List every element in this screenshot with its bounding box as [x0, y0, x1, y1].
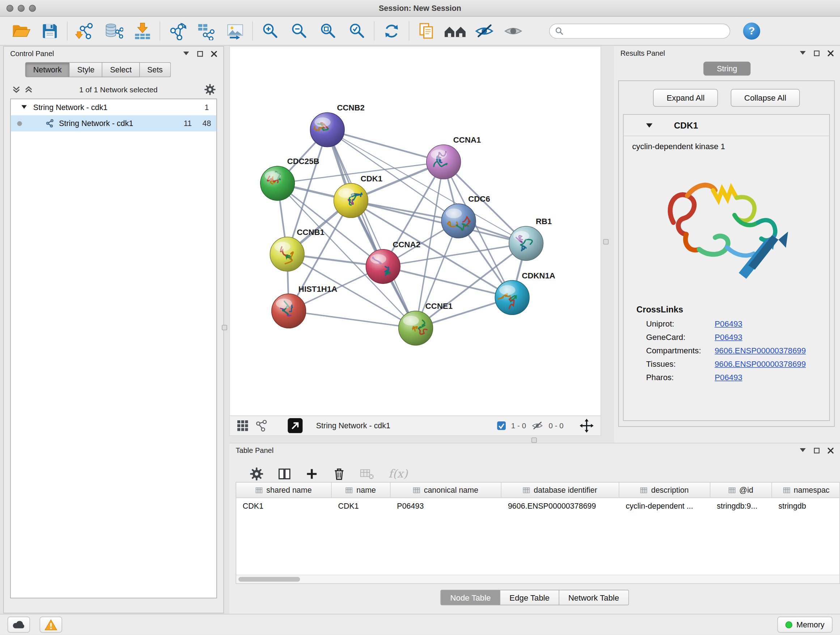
help-button[interactable]: ?	[743, 22, 760, 39]
network-node[interactable]: CCNA1	[426, 135, 481, 179]
table-panel: Table Panel	[229, 443, 840, 614]
refresh-layout-button[interactable]	[377, 19, 406, 43]
network-edge[interactable]	[289, 311, 416, 328]
collapse-all-icon[interactable]	[12, 86, 20, 93]
column-header[interactable]: namespac	[772, 483, 840, 497]
pan-tool-icon[interactable]	[579, 419, 594, 433]
show-all-button[interactable]	[499, 19, 528, 43]
collapse-all-button[interactable]: Collapse All	[731, 89, 799, 107]
horizontal-scrollbar[interactable]	[236, 575, 839, 584]
crosslink-link[interactable]: 9606.ENSP00000378699	[715, 346, 806, 355]
zoom-fit-button[interactable]	[313, 19, 342, 43]
zoom-in-button[interactable]	[256, 19, 284, 43]
section-collapse-icon[interactable]	[646, 124, 653, 128]
warnings-button[interactable]	[40, 616, 62, 632]
network-node[interactable]: CDK1	[334, 174, 382, 218]
panel-close-icon[interactable]	[828, 448, 834, 453]
bottom-splitter-handle[interactable]	[531, 437, 537, 443]
expand-all-button[interactable]: Expand All	[653, 89, 718, 107]
zoom-selected-button[interactable]	[342, 19, 371, 43]
cloud-status-button[interactable]	[8, 616, 30, 632]
crosslink-link[interactable]: P06493	[715, 319, 743, 328]
network-node[interactable]: CCNB1	[270, 228, 325, 272]
network-row-selected[interactable]: String Network - cdk1 11 48	[11, 115, 217, 131]
network-node[interactable]: CDC6	[441, 195, 490, 238]
left-splitter-handle[interactable]	[222, 325, 227, 330]
network-graph[interactable]: CCNB2CCNA1CDC25BCDK1CDC6RB1CCNB1CCNA2CDK…	[230, 47, 600, 416]
column-header[interactable]: canonical name	[391, 483, 502, 497]
minimize-window-button[interactable]	[18, 5, 25, 11]
network-collection-row[interactable]: String Network - cdk1 1	[11, 99, 217, 115]
panel-close-icon[interactable]	[828, 50, 834, 56]
tab-select[interactable]: Select	[103, 62, 140, 77]
crosslink-link[interactable]: 9606.ENSP00000378699	[715, 359, 806, 368]
gene-section-header[interactable]: CDK1	[624, 115, 829, 136]
copy-document-button[interactable]	[412, 19, 441, 43]
tab-node-table[interactable]: Node Table	[441, 590, 500, 605]
show-columns-icon[interactable]	[278, 467, 291, 480]
hide-selected-button[interactable]	[470, 19, 499, 43]
crosslink-link[interactable]: P06493	[715, 372, 743, 382]
network-edge[interactable]	[327, 130, 444, 162]
column-header[interactable]: database identifier	[501, 483, 619, 497]
tab-edge-table[interactable]: Edge Table	[500, 590, 559, 605]
panel-float-icon[interactable]	[813, 50, 819, 56]
panel-menu-icon[interactable]	[800, 51, 806, 55]
tab-string[interactable]: String	[703, 62, 750, 76]
tab-style[interactable]: Style	[70, 62, 103, 77]
zoom-window-button[interactable]	[29, 5, 36, 11]
open-external-button[interactable]	[287, 418, 302, 433]
panel-float-icon[interactable]	[813, 448, 819, 453]
node-table[interactable]: shared name name canonical name database…	[236, 482, 840, 584]
save-session-button[interactable]	[35, 19, 65, 43]
overview-icon[interactable]	[256, 420, 267, 432]
trash-icon[interactable]	[333, 467, 346, 481]
add-icon[interactable]	[305, 467, 318, 480]
panel-menu-icon[interactable]	[183, 51, 189, 56]
hidden-eye-slash-icon[interactable]	[531, 420, 544, 431]
tree-expand-icon[interactable]	[21, 105, 27, 109]
network-node[interactable]: RB1	[509, 217, 552, 261]
column-header[interactable]: @id	[711, 483, 772, 497]
tab-network-table[interactable]: Network Table	[559, 590, 629, 605]
memory-button[interactable]: Memory	[777, 616, 832, 632]
close-window-button[interactable]	[6, 5, 13, 11]
crosslink-row: Tissues: 9606.ENSP00000378699	[624, 355, 829, 368]
scrollbar-thumb[interactable]	[238, 577, 300, 581]
crosslink-link[interactable]: P06493	[715, 333, 743, 341]
table-settings-gear-icon[interactable]	[249, 467, 264, 481]
new-network-from-table-button[interactable]	[192, 19, 221, 43]
column-header[interactable]: name	[332, 483, 391, 497]
network-options-gear-icon[interactable]	[204, 84, 216, 96]
network-node[interactable]: HIST1H1A	[272, 285, 337, 328]
selected-checkbox-icon[interactable]	[497, 421, 507, 431]
network-node[interactable]: CDKN1A	[495, 271, 555, 315]
export-image-button[interactable]	[221, 19, 249, 43]
import-table-button[interactable]	[128, 19, 157, 43]
tab-network[interactable]: Network	[25, 62, 70, 77]
panel-close-icon[interactable]	[211, 51, 217, 57]
network-table-icon	[196, 22, 216, 40]
network-view[interactable]: CCNB2CCNA1CDC25BCDK1CDC6RB1CCNB1CCNA2CDK…	[229, 46, 601, 436]
grid-view-icon[interactable]	[237, 420, 249, 432]
column-header[interactable]: shared name	[236, 483, 332, 497]
network-edge[interactable]	[327, 130, 416, 328]
search-input[interactable]	[567, 26, 724, 36]
toolbar-search[interactable]	[549, 23, 730, 38]
column-header[interactable]: description	[619, 483, 711, 497]
network-node[interactable]: CCNB2	[310, 103, 365, 147]
table-row[interactable]: CDK1 CDK1 P06493 9606.ENSP00000378699 cy…	[236, 498, 839, 514]
panel-menu-icon[interactable]	[800, 448, 806, 453]
expand-all-icon[interactable]	[25, 86, 33, 93]
crosslink-row: Uniprot: P06493	[624, 315, 829, 328]
tab-sets[interactable]: Sets	[140, 62, 171, 77]
database-icon	[104, 22, 123, 40]
zoom-out-button[interactable]	[284, 19, 313, 43]
panel-float-icon[interactable]	[197, 51, 203, 57]
import-network-database-button[interactable]	[99, 19, 128, 43]
new-network-button[interactable]	[163, 19, 192, 43]
right-splitter-handle[interactable]	[603, 239, 608, 244]
open-session-button[interactable]	[6, 19, 35, 43]
home-view-button[interactable]	[441, 19, 470, 43]
import-network-file-button[interactable]	[70, 19, 99, 43]
